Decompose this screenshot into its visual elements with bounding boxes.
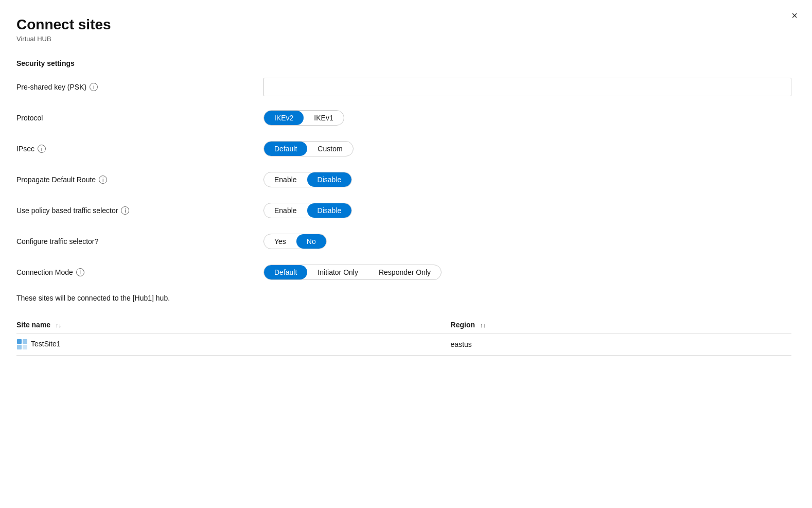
policy-info-icon[interactable]: i: [121, 206, 129, 215]
connection-info: These sites will be connected to the [Hu…: [16, 294, 791, 302]
ipsec-control: Default Custom: [263, 141, 791, 156]
protocol-label: Protocol: [16, 114, 263, 122]
policy-enable-button[interactable]: Enable: [264, 203, 307, 218]
ipsec-default-button[interactable]: Default: [264, 142, 307, 156]
site-region-cell: eastus: [451, 334, 791, 356]
ipsec-info-icon[interactable]: i: [38, 145, 46, 153]
psk-label: Pre-shared key (PSK) i: [16, 83, 263, 91]
site-name-cell: TestSite1: [16, 334, 451, 356]
traffic-selector-row: Configure traffic selector? Yes No: [16, 232, 791, 251]
security-section-label: Security settings: [16, 59, 791, 67]
ipsec-toggle-group: Default Custom: [263, 141, 354, 156]
traffic-selector-toggle-group: Yes No: [263, 234, 327, 249]
connection-mode-info-icon[interactable]: i: [76, 268, 84, 276]
policy-label: Use policy based traffic selector i: [16, 206, 263, 215]
connection-mode-initiator-button[interactable]: Initiator Only: [307, 265, 368, 279]
policy-row: Use policy based traffic selector i Enab…: [16, 201, 791, 220]
psk-row: Pre-shared key (PSK) i: [16, 78, 791, 96]
protocol-ikev2-button[interactable]: IKEv2: [264, 111, 304, 125]
panel-title: Connect sites: [16, 16, 791, 33]
protocol-control: IKEv2 IKEv1: [263, 110, 791, 126]
table-row: TestSite1eastus: [16, 334, 791, 356]
propagate-row: Propagate Default Route i Enable Disable: [16, 170, 791, 189]
connection-mode-label: Connection Mode i: [16, 268, 263, 276]
svg-rect-1: [23, 339, 27, 344]
psk-control: [263, 78, 791, 96]
connection-mode-control: Default Initiator Only Responder Only: [263, 265, 791, 280]
ipsec-row: IPsec i Default Custom: [16, 139, 791, 158]
traffic-selector-label: Configure traffic selector?: [16, 237, 263, 246]
connection-mode-responder-button[interactable]: Responder Only: [368, 265, 441, 279]
svg-rect-2: [17, 345, 22, 349]
svg-rect-0: [17, 339, 22, 344]
policy-disable-button[interactable]: Disable: [307, 203, 352, 218]
sort-region-icon[interactable]: ↑↓: [480, 323, 486, 328]
col-site-name: Site name ↑↓: [16, 317, 451, 334]
protocol-ikev1-button[interactable]: IKEv1: [304, 111, 343, 125]
protocol-row: Protocol IKEv2 IKEv1: [16, 109, 791, 127]
traffic-selector-no-button[interactable]: No: [296, 234, 326, 249]
policy-control: Enable Disable: [263, 203, 791, 218]
connection-mode-default-button[interactable]: Default: [264, 265, 307, 279]
ipsec-label: IPsec i: [16, 145, 263, 153]
col-region: Region ↑↓: [451, 317, 791, 334]
propagate-toggle-group: Enable Disable: [263, 172, 352, 187]
ipsec-custom-button[interactable]: Custom: [307, 142, 352, 156]
traffic-selector-control: Yes No: [263, 234, 791, 249]
close-button[interactable]: ×: [791, 10, 798, 21]
vpn-site-icon: [16, 340, 31, 348]
svg-rect-3: [23, 345, 27, 349]
site-name-text: TestSite1: [31, 340, 61, 348]
connect-sites-panel: × Connect sites Virtual HUB Security set…: [0, 0, 812, 508]
traffic-selector-yes-button[interactable]: Yes: [264, 234, 296, 249]
sites-table: Site name ↑↓ Region ↑↓ TestSite1eastus: [16, 317, 791, 356]
propagate-label: Propagate Default Route i: [16, 176, 263, 184]
connection-mode-row: Connection Mode i Default Initiator Only…: [16, 263, 791, 282]
propagate-control: Enable Disable: [263, 172, 791, 187]
policy-toggle-group: Enable Disable: [263, 203, 352, 218]
connection-mode-toggle-group: Default Initiator Only Responder Only: [263, 265, 442, 280]
protocol-toggle-group: IKEv2 IKEv1: [263, 110, 344, 126]
sort-site-name-icon[interactable]: ↑↓: [56, 323, 61, 328]
psk-input[interactable]: [263, 78, 791, 96]
propagate-info-icon[interactable]: i: [99, 176, 107, 184]
psk-info-icon[interactable]: i: [90, 83, 98, 91]
panel-subtitle: Virtual HUB: [16, 35, 791, 43]
propagate-disable-button[interactable]: Disable: [307, 172, 352, 187]
propagate-enable-button[interactable]: Enable: [264, 172, 307, 187]
